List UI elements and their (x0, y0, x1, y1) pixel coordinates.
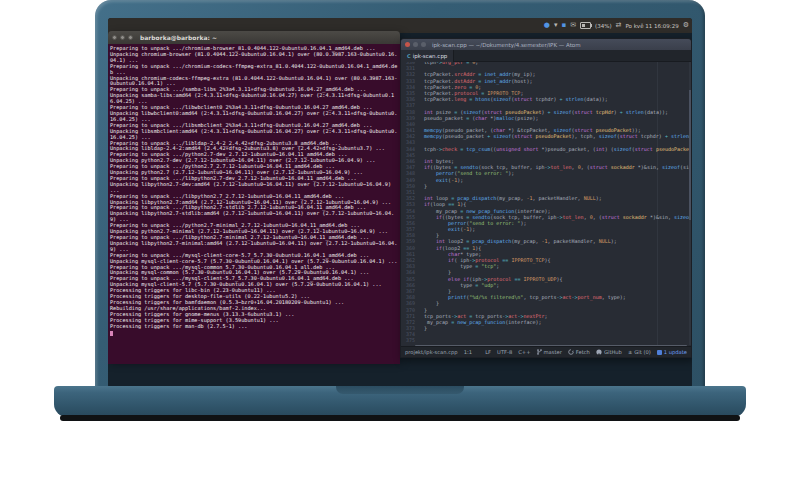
atom-close-button[interactable] (405, 42, 410, 47)
screen-desktop: ● ▾ ▪ ✉ (34%) ⇄ Po kvě 11 16:09:29 ⚙ (108, 18, 692, 388)
status-line-ending[interactable]: LF (485, 349, 491, 355)
terminal-minimize-button[interactable] (120, 35, 125, 40)
terminal-close-button[interactable] (112, 35, 117, 40)
sync-arrows-icon[interactable]: ⇄ (616, 22, 622, 29)
terminal-output[interactable]: Preparing to unpack .../chromium-browser… (108, 44, 400, 364)
cpp-file-icon: C (407, 53, 411, 59)
terminal-line: Unpacking libwbclient0:amd64 (2:4.3.11+d… (110, 111, 398, 123)
code-editor[interactable]: 3303313323333343353363373383393403413423… (401, 62, 691, 345)
status-grammar[interactable]: C++ (518, 349, 530, 355)
git-diff-icon: ± (628, 349, 632, 355)
terminal-maximize-button[interactable] (128, 35, 133, 40)
messaging-icon[interactable]: ▪ (561, 22, 566, 29)
line-number: 375 (401, 337, 415, 343)
status-git-changes[interactable]: ± Git (0) (628, 349, 651, 355)
terminal-title: barborka@barborka: ~ (140, 34, 217, 41)
status-encoding[interactable]: UTF-8 (497, 349, 512, 355)
clock[interactable]: Po kvě 11 16:09:29 (625, 23, 678, 29)
vertical-scrollbar[interactable] (689, 62, 691, 345)
status-git-branch[interactable]: master (537, 349, 562, 355)
terminal-line: Unpacking libpython2.7-dev:amd64 (2.7.12… (110, 182, 398, 194)
code-line (418, 337, 691, 343)
battery-icon[interactable] (580, 22, 591, 29)
code-line: memcpy(pseudo_packet + sizeof(struct pse… (418, 133, 691, 139)
status-updates-button[interactable]: 1 update (657, 349, 687, 355)
app-indicator-icon[interactable]: ● (544, 22, 550, 29)
atom-titlebar[interactable]: ipk-scan.cpp — ~/Dokumenty/4.semester/IP… (401, 39, 691, 50)
laptop-base (54, 386, 746, 417)
github-icon (596, 349, 602, 355)
laptop-lid-frame: ● ▾ ▪ ✉ (34%) ⇄ Po kvě 11 16:09:29 ⚙ (95, 0, 705, 392)
atom-tab-bar: C ipk-scan.cpp (401, 50, 691, 62)
tab-label: ipk-scan.cpp (413, 53, 448, 59)
terminal-cursor (110, 331, 113, 336)
terminal-titlebar[interactable]: barborka@barborka: ~ (108, 31, 400, 44)
line-number-gutter: 3303313323333343353363373383393403413423… (401, 62, 415, 344)
vertical-scrollbar-thumb[interactable] (689, 90, 691, 220)
volume-icon[interactable]: ▾ (554, 22, 558, 29)
mail-icon[interactable]: ✉ (570, 22, 576, 29)
terminal-window: barborka@barborka: ~ Preparing to unpack… (108, 31, 400, 360)
terminal-line: Unpacking libpython2.7-minimal:amd64 (2.… (110, 241, 398, 253)
laptop-base-notch (336, 386, 464, 394)
code-line: tcph->check = tcp_csum((unsigned short *… (418, 146, 691, 152)
terminal-lines: Preparing to unpack .../chromium-browser… (110, 46, 398, 330)
code-area: tcph->urg_ptr = 0; tcpPacket.srcAddr = i… (418, 62, 691, 344)
atom-minimize-button[interactable] (413, 42, 418, 47)
terminal-line: Preparing to unpack .../chromium-codecs-… (110, 64, 398, 76)
tab-ipk-scan[interactable]: C ipk-scan.cpp (401, 50, 454, 62)
battery-percent: (34%) (595, 23, 612, 29)
terminal-line: Processing triggers for man-db (2.7.5-1)… (110, 324, 398, 330)
status-cursor-position[interactable]: 1:1 (464, 349, 472, 355)
atom-window-title: ipk-scan.cpp — ~/Dokumenty/4.semester/IP… (432, 42, 581, 48)
status-file-path[interactable]: projekt/ipk-scan.cpp (405, 349, 458, 355)
terminal-line: Unpacking chromium-browser (81.0.4044.12… (110, 52, 398, 64)
branch-icon (537, 349, 542, 355)
terminal-line: Unpacking libsmbclient:amd64 (2:4.3.11+d… (110, 129, 398, 141)
refresh-icon (568, 349, 574, 355)
atom-status-bar: projekt/ipk-scan.cpp 1:1 LF UTF-8 C++ ma… (401, 346, 691, 357)
status-fetch-button[interactable]: Fetch (568, 349, 590, 355)
laptop-bottom-edge (60, 415, 740, 421)
gear-icon[interactable]: ⚙ (683, 22, 689, 29)
atom-window: ipk-scan.cpp — ~/Dokumenty/4.semester/IP… (400, 38, 692, 358)
status-github-button[interactable]: GitHub (596, 349, 622, 355)
update-package-icon (657, 350, 662, 355)
atom-maximize-button[interactable] (421, 42, 426, 47)
laptop-mockup: ● ▾ ▪ ✉ (34%) ⇄ Po kvě 11 16:09:29 ⚙ (0, 0, 800, 477)
system-tray: ● ▾ ▪ ✉ (34%) ⇄ Po kvě 11 16:09:29 ⚙ (544, 18, 689, 33)
